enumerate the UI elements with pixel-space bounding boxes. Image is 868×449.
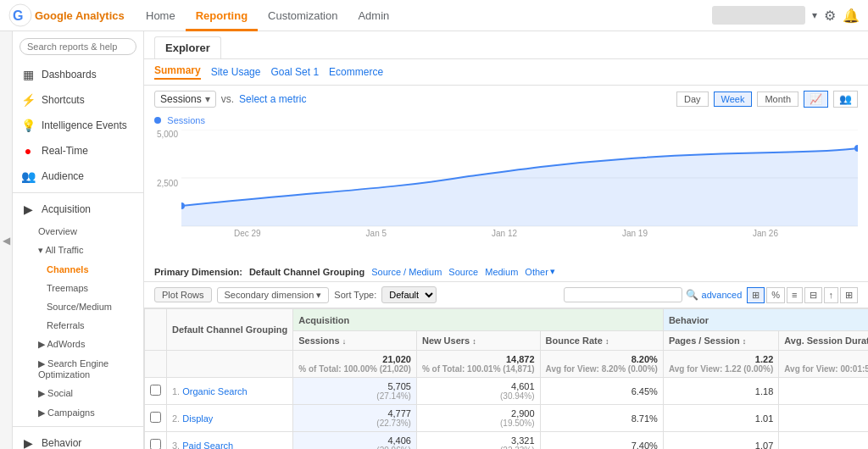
- advanced-link[interactable]: advanced: [702, 290, 743, 300]
- view-grid-button[interactable]: ⊞: [747, 287, 765, 303]
- dropdown-icon[interactable]: ▾: [812, 9, 817, 21]
- nav-customization[interactable]: Customization: [258, 0, 348, 31]
- channel-link[interactable]: Display: [182, 413, 213, 424]
- view-pivot-button[interactable]: ⊟: [804, 287, 822, 303]
- nav-reporting[interactable]: Reporting: [186, 0, 258, 31]
- sidebar-sub-referrals[interactable]: Referrals: [13, 316, 143, 335]
- col-new-users[interactable]: New Users ↕: [416, 331, 540, 351]
- sidebar-sub-campaigns[interactable]: ▶ Campaigns: [13, 403, 143, 423]
- acquisition-icon: ▶: [21, 202, 35, 216]
- sidebar-sub-adwords[interactable]: ▶ AdWords: [13, 335, 143, 354]
- sidebar-sub-alltraffic[interactable]: ▾ All Traffic: [13, 241, 143, 260]
- current-dimension: Default Channel Grouping: [249, 267, 364, 277]
- sidebar-label-acquisition: Acquisition: [42, 203, 91, 215]
- view-export-button[interactable]: ↑: [824, 287, 839, 303]
- total-sessions-percent: % of Total: 100.00% (21,020): [298, 364, 411, 374]
- line-chart-button[interactable]: 📈: [804, 91, 828, 108]
- sidebar-sub-treemaps[interactable]: Treemaps: [13, 279, 143, 297]
- row-channel: 3. Paid Search: [167, 432, 293, 450]
- row-checkbox[interactable]: [145, 405, 167, 432]
- dashboards-icon: ▦: [21, 68, 35, 81]
- vs-text: vs.: [221, 93, 234, 105]
- notifications-icon[interactable]: 🔔: [843, 8, 860, 24]
- total-new-users: 14,872 % of Total: 100.01% (14,871): [416, 351, 540, 378]
- col-pages-session[interactable]: Pages / Session ↕: [663, 331, 778, 351]
- dim-link-other[interactable]: Other▾: [525, 266, 555, 277]
- search-icon: 🔍: [686, 289, 698, 301]
- explorer-tab[interactable]: Explorer: [154, 36, 221, 58]
- secondary-dim-arrow: ▾: [316, 290, 321, 301]
- table-search-input[interactable]: [564, 287, 682, 302]
- primary-dimension-label: Primary Dimension:: [154, 267, 242, 277]
- sidebar-item-dashboards[interactable]: ▦ Dashboards: [13, 62, 143, 87]
- settings-icon[interactable]: ⚙: [824, 8, 836, 24]
- sidebar-sub-seo[interactable]: ▶ Search Engine Optimization: [13, 354, 143, 384]
- row-avg-session: 00:00:25: [779, 405, 868, 432]
- col-avg-session[interactable]: Avg. Session Duration ↕: [779, 331, 868, 351]
- month-button[interactable]: Month: [757, 91, 798, 107]
- row-sessions: 4,406(20.96%): [293, 432, 417, 450]
- sidebar-item-realtime[interactable]: ● Real-Time: [13, 138, 143, 164]
- view-compare-button[interactable]: ≡: [787, 287, 802, 303]
- sidebar-item-shortcuts[interactable]: ⚡ Shortcuts: [13, 87, 143, 113]
- sidebar-sub-sourcemedium[interactable]: Source/Medium: [13, 297, 143, 316]
- metric-label: Sessions: [160, 93, 202, 105]
- sub-tab-site-usage[interactable]: Site Usage: [211, 66, 261, 78]
- col-behavior-group: Behavior: [663, 309, 868, 331]
- search-input[interactable]: [19, 38, 136, 55]
- sidebar-sub-channels[interactable]: Channels: [13, 260, 143, 279]
- account-selector[interactable]: [712, 6, 805, 25]
- sub-tab-goal-set[interactable]: Goal Set 1: [270, 66, 319, 78]
- sidebar-toggle[interactable]: ◀: [0, 31, 13, 449]
- table-row: 1. Organic Search 5,705(27.14%) 4,601(30…: [145, 378, 869, 405]
- x-label-jan26: Jan 26: [753, 229, 778, 238]
- sidebar-sub-social[interactable]: ▶ Social: [13, 384, 143, 403]
- nav-links: Home Reporting Customization Admin: [136, 0, 712, 31]
- total-avg-session: 00:01:52 Avg for View: 00:01:52 (0.00%): [779, 351, 868, 378]
- total-pages-avg: Avg for View: 1.22 (0.00%): [669, 364, 773, 374]
- metric-select[interactable]: Sessions ▾: [154, 91, 216, 108]
- sidebar-item-intelligence[interactable]: 💡 Intelligence Events: [13, 113, 143, 138]
- plot-rows-button[interactable]: Plot Rows: [154, 287, 212, 302]
- sidebar-item-acquisition[interactable]: ▶ Acquisition: [13, 197, 143, 222]
- top-navigation: G Google Analytics Home Reporting Custom…: [0, 0, 868, 31]
- sessions-legend: Sessions: [144, 113, 868, 126]
- sidebar-item-behavior[interactable]: ▶ Behavior: [13, 430, 143, 449]
- divider2: [13, 426, 143, 427]
- sort-type-label: Sort Type:: [334, 290, 376, 300]
- secondary-dimension-button[interactable]: Secondary dimension ▾: [217, 287, 330, 303]
- table-row: 2. Display 4,777(22.73%) 2,900(19.50%) 8…: [145, 405, 869, 432]
- dim-link-sourcemedium[interactable]: Source / Medium: [371, 267, 442, 277]
- week-button[interactable]: Week: [714, 91, 753, 107]
- sidebar-sub-overview[interactable]: Overview: [13, 222, 143, 241]
- dim-link-source[interactable]: Source: [448, 267, 478, 277]
- row-avg-session: 00:01:13: [779, 432, 868, 450]
- dim-link-medium[interactable]: Medium: [485, 267, 518, 277]
- nav-admin[interactable]: Admin: [348, 0, 399, 31]
- col-sessions[interactable]: Sessions ↓: [293, 331, 417, 351]
- sub-tab-summary[interactable]: Summary: [154, 64, 201, 80]
- sidebar-item-audience[interactable]: 👥 Audience: [13, 164, 143, 189]
- channel-link[interactable]: Organic Search: [182, 386, 247, 396]
- x-label-jan5: Jan 5: [366, 229, 387, 238]
- table-controls: Plot Rows Secondary dimension ▾ Sort Typ…: [144, 282, 868, 308]
- row-sessions: 5,705(27.14%): [293, 378, 417, 405]
- row-checkbox[interactable]: [145, 378, 167, 405]
- day-button[interactable]: Day: [676, 91, 709, 107]
- bar-chart-button[interactable]: 👥: [833, 91, 858, 108]
- total-bounce-avg: Avg for View: 8.20% (0.00%): [546, 364, 658, 374]
- channel-link[interactable]: Paid Search: [182, 441, 233, 450]
- dimension-row: Primary Dimension: Default Channel Group…: [144, 262, 868, 282]
- sort-select[interactable]: Default: [381, 286, 437, 303]
- col-bounce-rate[interactable]: Bounce Rate ↕: [540, 331, 663, 351]
- nav-home[interactable]: Home: [136, 0, 186, 31]
- sub-tab-ecommerce[interactable]: Ecommerce: [329, 66, 383, 78]
- chart-svg: [181, 130, 858, 227]
- row-bounce: 8.71%: [540, 405, 663, 432]
- view-table-button[interactable]: ⊞: [840, 287, 858, 303]
- x-axis: Dec 29 Jan 5 Jan 12 Jan 19 Jan 26: [154, 227, 858, 238]
- row-checkbox[interactable]: [145, 432, 167, 450]
- view-percent-button[interactable]: %: [766, 287, 785, 303]
- select-metric-link[interactable]: Select a metric: [239, 93, 306, 105]
- divider1: [13, 192, 143, 193]
